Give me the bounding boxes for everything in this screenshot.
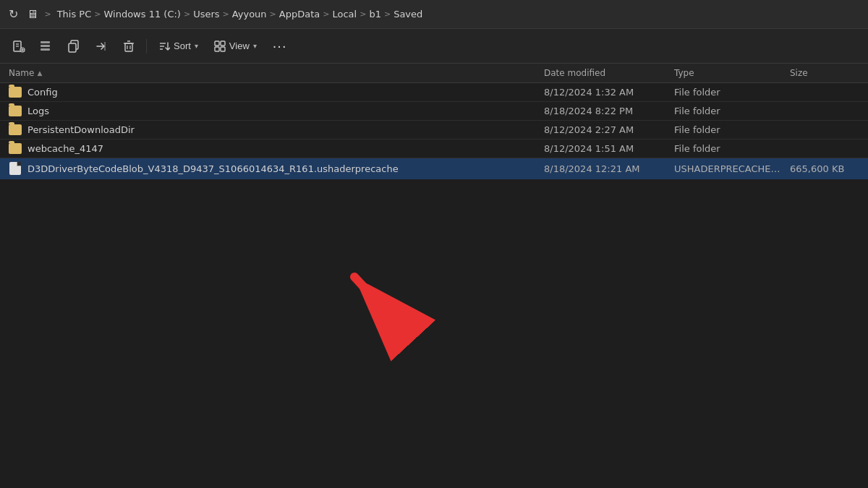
file-name-text: PersistentDownloadDir xyxy=(27,124,135,135)
svg-rect-20 xyxy=(221,41,225,46)
new-icon xyxy=(12,40,25,53)
file-name-text: Config xyxy=(27,87,58,98)
share-button[interactable] xyxy=(88,34,114,59)
file-name-text: D3DDriverByteCodeBlob_V4318_D9437_S10660… xyxy=(27,163,399,174)
main-content: Name ▲ Date modified Type Size Config8/1… xyxy=(0,64,868,488)
col-header-size[interactable]: Size xyxy=(781,64,868,82)
breadcrumb-bar: ↻ 🖥 > This PC > Windows 11 (C:) > Users … xyxy=(0,0,868,29)
toolbar-separator xyxy=(146,39,147,53)
folder-icon xyxy=(9,124,22,135)
table-row[interactable]: PersistentDownloadDir8/12/2024 2:27 AMFi… xyxy=(0,121,868,140)
view-chevron-icon: ▾ xyxy=(253,42,257,50)
view-label: View xyxy=(229,40,250,51)
file-type-cell: File folder xyxy=(665,140,781,158)
file-name-cell: webcache_4147 xyxy=(0,140,535,158)
new-button[interactable] xyxy=(6,34,32,59)
column-headers: Name ▲ Date modified Type Size xyxy=(0,64,868,83)
sort-chevron-icon: ▾ xyxy=(195,42,198,50)
col-header-name[interactable]: Name ▲ xyxy=(0,64,535,82)
breadcrumb-local-label[interactable]: Local xyxy=(332,9,357,20)
cut-icon xyxy=(40,40,53,53)
folder-icon xyxy=(9,87,22,98)
refresh-button[interactable]: ↻ xyxy=(9,7,18,21)
separator: > xyxy=(223,9,229,19)
col-type-label: Type xyxy=(674,68,694,78)
svg-rect-8 xyxy=(41,48,50,51)
file-date-cell: 8/12/2024 1:51 AM xyxy=(535,140,665,158)
file-list: Config8/12/2024 1:32 AMFile folderLogs8/… xyxy=(0,83,868,179)
breadcrumb-saved-label[interactable]: Saved xyxy=(393,9,422,20)
more-label: ··· xyxy=(273,38,287,54)
breadcrumb-drive-label[interactable]: Windows 11 (C:) xyxy=(103,9,180,20)
col-size-label: Size xyxy=(790,68,808,78)
file-date-cell: 8/12/2024 2:27 AM xyxy=(535,121,665,139)
folder-icon xyxy=(9,143,22,154)
separator: > xyxy=(94,9,101,19)
file-name-text: webcache_4147 xyxy=(27,143,103,154)
table-row[interactable]: D3DDriverByteCodeBlob_V4318_D9437_S10660… xyxy=(0,158,868,179)
col-header-type[interactable]: Type xyxy=(665,64,781,82)
file-type-cell: File folder xyxy=(665,102,781,120)
content-area: Name ▲ Date modified Type Size Config8/1… xyxy=(0,64,868,488)
table-row[interactable]: Logs8/18/2024 8:22 PMFile folder xyxy=(0,102,868,121)
separator: > xyxy=(184,9,190,19)
sort-button[interactable]: Sort ▾ xyxy=(151,34,205,59)
file-date-cell: 8/18/2024 12:21 AM xyxy=(535,160,665,178)
col-header-date[interactable]: Date modified xyxy=(535,64,665,82)
breadcrumb-thispc-label[interactable]: This PC xyxy=(57,9,92,20)
svg-rect-6 xyxy=(41,41,50,43)
col-name-label: Name xyxy=(9,68,34,78)
file-name-cell: Logs xyxy=(0,102,535,120)
svg-rect-10 xyxy=(69,43,76,52)
separator: > xyxy=(270,9,276,19)
cut-button[interactable] xyxy=(33,34,59,59)
sort-label: Sort xyxy=(174,40,191,51)
share-icon xyxy=(95,40,108,53)
monitor-icon: 🖥 xyxy=(27,7,38,21)
breadcrumb-users-label[interactable]: Users xyxy=(193,9,219,20)
sort-icon xyxy=(158,40,170,52)
separator: > xyxy=(44,9,51,19)
file-type-cell: File folder xyxy=(665,83,781,101)
file-name-cell: Config xyxy=(0,83,535,101)
separator: > xyxy=(323,9,329,19)
breadcrumb-item-thispc[interactable]: 🖥 > This PC xyxy=(27,7,91,21)
file-type-cell: USHADERPRECACHE… xyxy=(665,160,781,178)
file-name-text: Logs xyxy=(27,106,49,116)
table-row[interactable]: Config8/12/2024 1:32 AMFile folder xyxy=(0,83,868,102)
file-name-cell: PersistentDownloadDir xyxy=(0,121,535,139)
folder-icon xyxy=(9,106,22,116)
breadcrumb-b1-label[interactable]: b1 xyxy=(369,9,381,20)
svg-rect-21 xyxy=(215,47,219,51)
file-type-cell: File folder xyxy=(665,121,781,139)
delete-icon xyxy=(122,40,135,53)
file-icon xyxy=(9,162,21,175)
breadcrumb-ayyoun-label[interactable]: Ayyoun xyxy=(232,9,267,20)
view-button[interactable]: View ▾ xyxy=(207,34,264,59)
toolbar: Sort ▾ View ▾ ··· xyxy=(0,29,868,64)
breadcrumb: 🖥 > This PC > Windows 11 (C:) > Users > … xyxy=(27,7,422,21)
view-icon xyxy=(214,40,226,52)
separator: > xyxy=(359,9,366,19)
col-sort-indicator: ▲ xyxy=(37,69,42,77)
file-size-cell xyxy=(781,89,868,96)
svg-rect-22 xyxy=(221,47,225,51)
svg-rect-11 xyxy=(125,43,132,51)
more-button[interactable]: ··· xyxy=(265,34,294,59)
svg-rect-7 xyxy=(41,45,50,47)
delete-button[interactable] xyxy=(116,34,142,59)
file-date-cell: 8/18/2024 8:22 PM xyxy=(535,102,665,120)
file-size-cell: 665,600 KB xyxy=(781,160,868,178)
breadcrumb-appdata-label[interactable]: AppData xyxy=(279,9,320,20)
table-row[interactable]: webcache_41478/12/2024 1:51 AMFile folde… xyxy=(0,140,868,158)
file-name-cell: D3DDriverByteCodeBlob_V4318_D9437_S10660… xyxy=(0,158,535,179)
file-size-cell xyxy=(781,127,868,134)
separator: > xyxy=(384,9,391,19)
copy-icon xyxy=(67,40,80,53)
svg-rect-19 xyxy=(215,41,219,46)
file-date-cell: 8/12/2024 1:32 AM xyxy=(535,83,665,101)
file-size-cell xyxy=(781,145,868,153)
copy-button[interactable] xyxy=(61,34,87,59)
col-date-label: Date modified xyxy=(544,68,605,78)
file-icon-wrapper xyxy=(9,162,22,175)
